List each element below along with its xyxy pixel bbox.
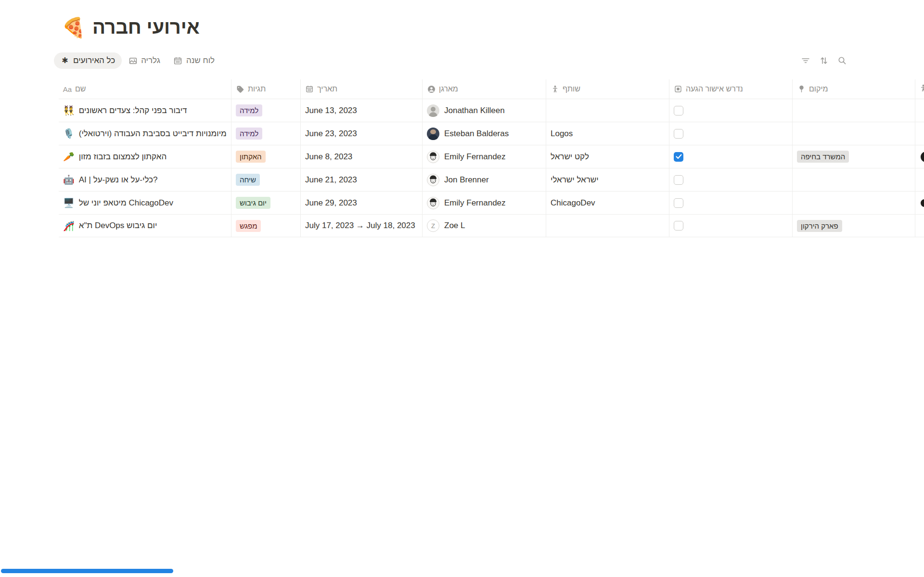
cell-location[interactable]: המשרד בחיפה — [793, 145, 915, 168]
column-header-partner[interactable]: שותף — [546, 79, 669, 99]
cell-date[interactable]: June 23, 2023 — [301, 122, 423, 145]
cell-location[interactable] — [793, 99, 915, 122]
view-toolbar — [801, 56, 847, 65]
rsvp-checkbox-unchecked[interactable] — [674, 221, 683, 231]
event-title: מיטאפ יוני של ChicagoDev — [79, 198, 173, 208]
cell-tags[interactable]: שיחה — [231, 168, 301, 191]
cell-organizer[interactable]: ZZoe L — [423, 215, 546, 237]
cell-organizer[interactable]: Emily Fernandez — [423, 145, 546, 168]
asterisk-icon: ✱ — [61, 56, 69, 65]
page-icon-pizza[interactable]: 🍕 — [62, 18, 86, 37]
horizontal-scrollbar-thumb[interactable] — [1, 569, 173, 573]
column-header-label: תגיות — [248, 85, 266, 93]
column-header-label: שותף — [563, 85, 580, 93]
rsvp-checkbox-unchecked[interactable] — [674, 198, 683, 208]
event-title: ת"א DevOps יום גיבוש — [79, 221, 157, 231]
sort-icon[interactable] — [819, 56, 829, 65]
event-emoji-icon: 👯 — [63, 105, 75, 116]
cell-location[interactable] — [793, 192, 915, 214]
rsvp-checkbox-unchecked[interactable] — [674, 175, 683, 185]
cell-name[interactable]: 🎢ת"א DevOps יום גיבוש — [59, 215, 231, 237]
tab-all-events[interactable]: ✱ כל האירועים — [54, 52, 122, 69]
tag-pill: שיחה — [236, 174, 260, 186]
name-column-icon: Aa — [63, 85, 72, 93]
column-header-date[interactable]: תאריך — [301, 79, 423, 99]
partner-name: ישראל ישראלי — [551, 175, 599, 185]
cell-organizer[interactable]: Jon Brenner — [423, 168, 546, 191]
view-tab-bar: ✱ כל האירועים גלריה ל — [54, 51, 924, 71]
column-header-clipped[interactable] — [915, 79, 924, 99]
cell-partner[interactable] — [546, 99, 669, 122]
cell-clipped — [915, 99, 924, 122]
calendar-icon — [174, 56, 182, 65]
cell-rsvp — [669, 192, 793, 214]
cell-partner[interactable]: ישראל ישראלי — [546, 168, 669, 191]
column-header-location[interactable]: מיקום — [793, 79, 915, 99]
notion-page: 🍕 אירועי חברה ✱ כל האירועים גלריה — [0, 0, 924, 577]
avatar — [427, 174, 439, 186]
tab-label: כל האירועים — [73, 56, 115, 65]
cell-date[interactable]: June 13, 2023 — [301, 99, 423, 122]
cell-tags[interactable]: למידה — [231, 99, 301, 122]
cell-organizer[interactable]: Esteban Balderas — [423, 122, 546, 145]
page-title[interactable]: אירועי חברה — [92, 16, 200, 38]
date-value: June 13, 2023 — [305, 106, 357, 115]
tab-gallery[interactable]: גלריה — [122, 52, 167, 69]
events-table: Aaשםתגיותתאריךמארגןשותףנדרש אישור הגעהמי… — [59, 79, 924, 237]
cell-partner[interactable] — [546, 215, 669, 237]
partner-name: Logos — [551, 129, 573, 139]
cell-tags[interactable]: האקתון — [231, 145, 301, 168]
avatar: Z — [427, 219, 439, 232]
avatar — [427, 128, 439, 140]
filter-icon[interactable] — [801, 56, 810, 65]
cell-name[interactable]: 👯דיבור בפני קהל: צעדים ראשונים — [59, 99, 231, 122]
organizer-name: Jonathan Killeen — [444, 106, 505, 115]
cell-partner[interactable]: Logos — [546, 122, 669, 145]
event-emoji-icon: 🎙️ — [63, 128, 75, 139]
partner-column-icon — [551, 85, 559, 93]
location-pill: פארק הירקון — [797, 220, 842, 232]
cell-date[interactable]: June 29, 2023 — [301, 192, 423, 214]
search-icon[interactable] — [837, 56, 847, 65]
cell-rsvp — [669, 122, 793, 145]
event-title: האקתון לצמצום בזבוז מזון — [79, 152, 167, 162]
column-header-label: נדרש אישור הגעה — [686, 85, 743, 93]
cell-name[interactable]: 🥕האקתון לצמצום בזבוז מזון — [59, 145, 231, 168]
column-header-rsvp[interactable]: נדרש אישור הגעה — [669, 79, 793, 99]
cell-date[interactable]: June 8, 2023 — [301, 145, 423, 168]
column-header-label: תאריך — [317, 85, 337, 93]
cell-partner[interactable]: לקט ישראל — [546, 145, 669, 168]
cell-location[interactable] — [793, 168, 915, 191]
column-header-name[interactable]: Aaשם — [59, 79, 231, 99]
cell-name[interactable]: 🎙️מיומנויות דיבייט בסביבת העבודה (וירטוא… — [59, 122, 231, 145]
cell-tags[interactable]: מפגש — [231, 215, 301, 237]
cell-tags[interactable]: יום גיבוש — [231, 192, 301, 214]
cell-date[interactable]: July 17, 2023 → July 18, 2023 — [301, 215, 423, 237]
location-column-icon — [797, 85, 806, 93]
tab-calendar[interactable]: לוח שנה — [167, 52, 221, 69]
column-header-organizer[interactable]: מארגן — [423, 79, 546, 99]
cell-location[interactable] — [793, 122, 915, 145]
rsvp-checkbox-checked[interactable] — [674, 152, 683, 162]
date-value: June 29, 2023 — [305, 198, 357, 208]
rsvp-checkbox-unchecked[interactable] — [674, 106, 683, 115]
cell-name[interactable]: 🤖AI | כלי-על או נשק-על? — [59, 168, 231, 191]
cell-location[interactable]: פארק הירקון — [793, 215, 915, 237]
date-value: June 21, 2023 — [305, 175, 357, 185]
cell-organizer[interactable]: Jonathan Killeen — [423, 99, 546, 122]
table-row: 👯דיבור בפני קהל: צעדים ראשוניםלמידהJune … — [59, 99, 924, 122]
table-header-row: Aaשםתגיותתאריךמארגןשותףנדרש אישור הגעהמי… — [59, 79, 924, 99]
tags-column-icon — [236, 85, 244, 93]
cell-name[interactable]: 🖥️מיטאפ יוני של ChicagoDev — [59, 192, 231, 214]
rsvp-checkbox-unchecked[interactable] — [674, 129, 683, 139]
person-icon-clipped — [920, 84, 924, 94]
cell-tags[interactable]: למידה — [231, 122, 301, 145]
table-row: 🎢ת"א DevOps יום גיבושמפגשJuly 17, 2023 →… — [59, 214, 924, 237]
cell-organizer[interactable]: Emily Fernandez — [423, 192, 546, 214]
column-header-tags[interactable]: תגיות — [231, 79, 301, 99]
cell-partner[interactable]: ChicagoDev — [546, 192, 669, 214]
event-emoji-icon: 🖥️ — [63, 197, 75, 208]
cell-date[interactable]: June 21, 2023 — [301, 168, 423, 191]
event-emoji-icon: 🤖 — [63, 174, 75, 185]
tag-pill: למידה — [236, 104, 262, 116]
